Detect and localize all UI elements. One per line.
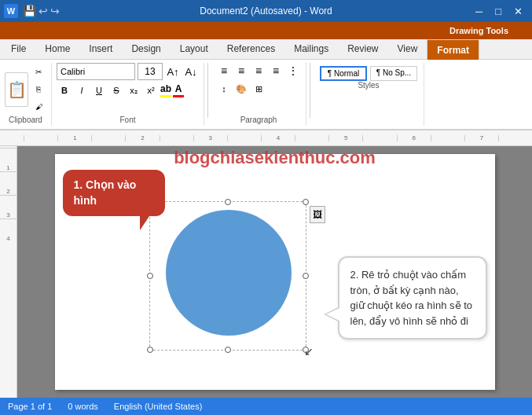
align-center-button[interactable]: ≡: [233, 63, 249, 79]
tab-layout[interactable]: Layout: [171, 39, 218, 59]
tab-references[interactable]: References: [218, 39, 284, 59]
undo-icon[interactable]: ↩: [39, 5, 48, 17]
tab-review[interactable]: Review: [338, 39, 387, 59]
no-spacing-label: ¶ No Sp...: [376, 68, 411, 77]
ruler-side-tick: 4: [0, 219, 17, 242]
underline-button[interactable]: U: [91, 83, 107, 98]
callout-right-text: 2. Rê trỏ chuột vào chấm tròn, ở bất kỳ …: [350, 269, 473, 327]
drawing-tools-label: Drawing Tools: [449, 26, 508, 35]
title-bar: W 💾 ↩ ↪ Document2 (Autosaved) - Word ─ □…: [0, 0, 532, 22]
font-size-input[interactable]: [138, 63, 163, 80]
shading-button[interactable]: 🎨: [233, 81, 249, 97]
ruler-tick: 7: [464, 135, 498, 141]
tab-format[interactable]: Format: [427, 39, 479, 60]
undo-redo-group: 💾 ↩ ↪: [23, 5, 60, 17]
language-display: English (United States): [114, 402, 203, 411]
line-spacing-button[interactable]: ↕: [216, 81, 232, 97]
resize-cursor-icon: ↙: [304, 345, 314, 358]
no-spacing-style-button[interactable]: ¶ No Sp...: [370, 66, 417, 81]
styles-group: ¶ Normal ¶ No Sp... Styles: [314, 63, 424, 126]
clipboard-group: 📋 ✂ ⎘ 🖌 Clipboard: [0, 63, 52, 126]
ribbon-tabs: File Home Insert Design Layout Reference…: [0, 39, 532, 60]
main-area: 1 2 3 4 blogchiasekienthuc.com 1. Chọn v…: [0, 146, 532, 398]
clipboard-buttons: 📋 ✂ ⎘ 🖌: [5, 63, 46, 116]
document-canvas[interactable]: blogchiasekienthuc.com 1. Chọn vào hình: [17, 146, 532, 398]
page-count: Page 1 of 1: [8, 402, 52, 411]
superscript-button[interactable]: x²: [143, 83, 159, 98]
ribbon: 📋 ✂ ⎘ 🖌 Clipboard A↑ A↓ B I U S x₂: [0, 60, 532, 130]
circle-shape[interactable]: [166, 210, 292, 336]
italic-button[interactable]: I: [74, 83, 90, 98]
handle-top-right[interactable]: [303, 199, 309, 205]
justify-button[interactable]: ≡: [268, 63, 284, 79]
shape-selection-box[interactable]: 🖼 ↙: [149, 201, 306, 351]
columns-button[interactable]: ⋮: [285, 63, 301, 79]
window-title: Document2 (Autosaved) - Word: [200, 6, 332, 17]
close-button[interactable]: ✕: [511, 6, 526, 17]
ruler-tick: [295, 135, 328, 141]
font-label: Font: [119, 116, 135, 126]
ruler-tick: [24, 135, 57, 141]
ruler-tick: 3: [193, 135, 227, 141]
highlight-color-button[interactable]: ab: [160, 83, 171, 97]
title-bar-controls: W 💾 ↩ ↪: [4, 4, 60, 18]
align-right-button[interactable]: ≡: [251, 63, 266, 79]
tab-mailings[interactable]: Mailings: [284, 39, 338, 59]
format-painter-button[interactable]: 🖌: [31, 99, 46, 115]
tab-insert[interactable]: Insert: [79, 39, 122, 59]
tab-design[interactable]: Design: [122, 39, 170, 59]
drawing-tools-bar: Drawing Tools: [0, 22, 532, 39]
ruler-tick: [160, 135, 193, 141]
normal-style-label: ¶ Normal: [328, 69, 359, 78]
save-icon[interactable]: 💾: [23, 5, 36, 17]
paragraph-group: ≡ ≡ ≡ ≡ ⋮ ↕ 🎨 ⊞ Paragraph: [211, 63, 306, 126]
bold-button[interactable]: B: [57, 83, 72, 98]
word-count: 0 words: [68, 402, 98, 411]
minimize-button[interactable]: ─: [472, 6, 486, 17]
normal-style-button[interactable]: ¶ Normal: [320, 66, 367, 81]
ruler-tick: 6: [397, 135, 431, 141]
font-name-input[interactable]: [57, 63, 135, 80]
copy-button[interactable]: ⎘: [31, 82, 46, 97]
strikethrough-button[interactable]: S: [108, 83, 124, 98]
redo-icon[interactable]: ↪: [50, 5, 60, 17]
callout-right: 2. Rê trỏ chuột vào chấm tròn, ở bất kỳ …: [338, 256, 487, 340]
paste-button[interactable]: 📋: [5, 72, 28, 107]
tab-view[interactable]: View: [388, 39, 427, 59]
window-buttons: ─ □ ✕: [472, 6, 526, 17]
ruler-tick: [431, 135, 464, 141]
handle-top-center[interactable]: [225, 199, 231, 205]
handle-mid-right[interactable]: [303, 273, 309, 279]
clipboard-label: Clipboard: [9, 116, 42, 126]
align-left-button[interactable]: ≡: [216, 63, 232, 79]
handle-mid-left[interactable]: [147, 273, 153, 279]
ruler-tick: [362, 135, 396, 141]
callout-left-text: 1. Chọn vào hình: [74, 178, 137, 207]
ruler-side-tick: 1: [0, 148, 17, 171]
tab-home[interactable]: Home: [35, 39, 79, 59]
ruler-side-tick: 2: [0, 171, 17, 195]
tab-file[interactable]: File: [2, 39, 35, 59]
status-bar: Page 1 of 1 0 words English (United Stat…: [0, 398, 532, 415]
ruler-tick: 2: [125, 135, 159, 141]
paragraph-label: Paragraph: [240, 116, 277, 126]
subscript-button[interactable]: x₂: [126, 83, 141, 98]
ruler-side-tick: 3: [0, 195, 17, 219]
ruler-tick: [498, 135, 532, 141]
font-color-button[interactable]: A: [173, 83, 184, 97]
ruler-tick: 1: [57, 135, 91, 141]
grow-font-button[interactable]: A↑: [165, 64, 181, 79]
borders-button[interactable]: ⊞: [251, 81, 266, 97]
ruler-tick: [91, 135, 125, 141]
handle-bot-center[interactable]: [225, 347, 231, 353]
shrink-font-button[interactable]: A↓: [183, 64, 199, 79]
maximize-button[interactable]: □: [492, 6, 504, 17]
document-page: 1. Chọn vào hình 🖼 ↙: [55, 154, 495, 390]
vertical-ruler: 1 2 3 4: [0, 146, 17, 398]
horizontal-ruler: 1 2 3 4 5 6 7: [0, 130, 532, 146]
cut-button[interactable]: ✂: [31, 64, 46, 80]
callout-left: 1. Chọn vào hình: [63, 170, 165, 216]
layout-options-button[interactable]: 🖼: [310, 206, 325, 223]
handle-bot-left[interactable]: [147, 347, 153, 353]
ruler-tick: 4: [261, 135, 295, 141]
